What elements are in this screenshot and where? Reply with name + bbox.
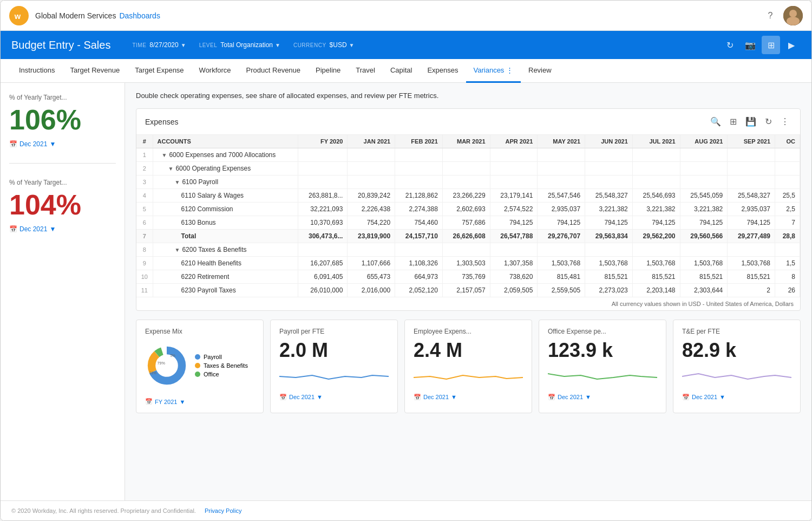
currency-value: $USD xyxy=(330,41,347,49)
metric-block-2: % of Yearly Target... 104% 📅 Dec 2021 ▼ xyxy=(9,179,116,233)
office-date-icon: 📅 xyxy=(548,394,555,401)
office-chart-svg xyxy=(548,366,657,387)
col-feb2021: FEB 2021 xyxy=(395,135,443,148)
te-date: Dec 2021 xyxy=(692,394,717,400)
metric-1-date-value: Dec 2021 xyxy=(19,140,47,148)
office-dot xyxy=(195,372,200,377)
expense-mix-footer[interactable]: 📅 FY 2021 ▼ xyxy=(145,398,254,405)
expense-mix-arrow: ▼ xyxy=(179,399,185,405)
metric-2-label: % of Yearly Target... xyxy=(9,179,116,186)
table-row: 6 6130 Bonus 10,370,693 754,220 754,460 … xyxy=(136,216,800,230)
tab-travel[interactable]: Travel xyxy=(348,59,383,83)
tab-target-expense[interactable]: Target Expense xyxy=(127,59,191,83)
legend-taxes: Taxes & Benefits xyxy=(195,362,248,369)
refresh-icon[interactable]: ↻ xyxy=(763,115,774,128)
more-icon[interactable]: ⋮ xyxy=(778,115,791,128)
currency-filter[interactable]: CURRENCY $USD ▼ xyxy=(293,41,355,49)
table-container: # ACCOUNTS FY 2020 JAN 2021 FEB 2021 MAR… xyxy=(136,135,800,297)
help-icon[interactable]: ? xyxy=(762,7,779,24)
expense-mix-title: Expense Mix xyxy=(145,328,254,335)
grid-button[interactable]: ⊞ xyxy=(762,36,780,54)
col-may2021: MAY 2021 xyxy=(538,135,585,148)
metric-2-date-arrow: ▼ xyxy=(49,225,56,233)
employee-exp-chart xyxy=(414,366,523,387)
tab-instructions[interactable]: Instructions xyxy=(11,59,62,83)
te-fte-footer[interactable]: 📅 Dec 2021 ▼ xyxy=(682,394,791,401)
col-apr2021: APR 2021 xyxy=(490,135,538,148)
table-row-total: 7 Total 306,473,6... 23,819,900 24,157,7… xyxy=(136,230,800,243)
payroll-fte-card: Payroll per FTE 2.0 M 📅 Dec 2021 ▼ xyxy=(270,320,398,413)
table-row: 11 6230 Payroll Taxes 26,010,000 2,016,0… xyxy=(136,284,800,297)
donut-chart: 79% 5% 16% xyxy=(145,344,188,387)
payroll-chart-svg xyxy=(279,366,389,387)
header-bar: Budget Entry - Sales TIME 8/27/2020 ▼ LE… xyxy=(1,31,811,59)
metric-1-date[interactable]: 📅 Dec 2021 ▼ xyxy=(9,140,116,148)
content-area: % of Yearly Target... 106% 📅 Dec 2021 ▼ … xyxy=(1,83,811,500)
employee-exp-footer[interactable]: 📅 Dec 2021 ▼ xyxy=(414,394,523,401)
search-icon[interactable]: 🔍 xyxy=(708,115,723,128)
metric-cards-row: Expense Mix 79% 5% 16% xyxy=(136,320,801,413)
office-date: Dec 2021 xyxy=(558,394,583,400)
svg-text:w: w xyxy=(14,11,21,20)
metric-block-1: % of Yearly Target... 106% 📅 Dec 2021 ▼ xyxy=(9,94,116,148)
metric-divider xyxy=(9,163,116,164)
table-row: 3 ▼6100 Payroll xyxy=(136,175,800,189)
refresh-button[interactable]: ↻ xyxy=(721,36,739,54)
payroll-label: Payroll xyxy=(204,354,222,360)
workday-logo: w xyxy=(9,6,29,25)
tab-target-revenue[interactable]: Target Revenue xyxy=(62,59,127,83)
col-accounts: ACCOUNTS xyxy=(153,135,298,148)
te-fte-value: 82.9 k xyxy=(682,340,791,361)
payroll-dot xyxy=(195,354,200,360)
te-fte-card: T&E per FTE 82.9 k 📅 Dec 2021 ▼ xyxy=(673,320,801,413)
legend-office: Office xyxy=(195,371,248,377)
copy-icon[interactable]: ⊞ xyxy=(728,115,739,128)
privacy-link[interactable]: Privacy Policy xyxy=(205,507,241,514)
level-filter[interactable]: LEVEL Total Organization ▼ xyxy=(199,41,280,49)
donut-container: 79% 5% 16% Payroll Taxes & Benefits xyxy=(145,340,254,392)
legend-payroll: Payroll xyxy=(195,354,248,360)
metric-2-value: 104% xyxy=(9,191,116,219)
col-fy2020: FY 2020 xyxy=(298,135,348,148)
table-row: 8 ▼6200 Taxes & Benefits xyxy=(136,243,800,257)
save-icon[interactable]: 💾 xyxy=(743,115,758,128)
employee-date: Dec 2021 xyxy=(423,394,449,400)
office-exp-title: Office Expense pe... xyxy=(548,328,657,335)
expense-mix-date-icon: 📅 xyxy=(145,398,153,405)
camera-button[interactable]: 📷 xyxy=(741,36,759,54)
metric-1-date-icon: 📅 xyxy=(9,140,17,148)
top-nav: w Global Modern Services Dashboards ? xyxy=(1,1,811,31)
metric-2-date-icon: 📅 xyxy=(9,225,17,233)
employee-exp-value: 2.4 M xyxy=(414,340,523,361)
tab-product-revenue[interactable]: Product Revenue xyxy=(239,59,308,83)
te-chart-svg xyxy=(682,366,791,387)
dashboards-link[interactable]: Dashboards xyxy=(119,11,160,20)
metric-1-value: 106% xyxy=(9,106,116,134)
payroll-date: Dec 2021 xyxy=(289,394,315,400)
company-name: Global Modern Services xyxy=(35,11,116,20)
level-value: Total Organization xyxy=(220,41,273,49)
employee-date-icon: 📅 xyxy=(414,394,421,401)
tab-capital[interactable]: Capital xyxy=(383,59,420,83)
svg-text:16%: 16% xyxy=(149,371,156,375)
tab-review[interactable]: Review xyxy=(521,59,559,83)
col-num: # xyxy=(136,135,153,148)
time-filter[interactable]: TIME 8/27/2020 ▼ xyxy=(132,41,186,49)
header-actions: ↻ 📷 ⊞ ▶ xyxy=(721,36,801,54)
payroll-date-icon: 📅 xyxy=(279,394,287,401)
tab-workforce[interactable]: Workforce xyxy=(192,59,239,83)
avatar[interactable] xyxy=(783,6,803,25)
video-button[interactable]: ▶ xyxy=(782,36,801,54)
tab-expenses[interactable]: Expenses xyxy=(420,59,466,83)
tab-pipeline[interactable]: Pipeline xyxy=(308,59,348,83)
table-row: 4 6110 Salary & Wages 263,881,8... 20,83… xyxy=(136,189,800,203)
col-oc: OC xyxy=(775,135,800,148)
time-value: 8/27/2020 xyxy=(149,41,178,49)
office-exp-footer[interactable]: 📅 Dec 2021 ▼ xyxy=(548,394,657,401)
payroll-fte-footer[interactable]: 📅 Dec 2021 ▼ xyxy=(279,394,389,401)
employee-arrow: ▼ xyxy=(451,394,457,400)
col-jul2021: JUL 2021 xyxy=(632,135,680,148)
tab-variances[interactable]: Variances ⋮ xyxy=(466,59,521,83)
card-actions: 🔍 ⊞ 💾 ↻ ⋮ xyxy=(708,115,791,128)
metric-2-date[interactable]: 📅 Dec 2021 ▼ xyxy=(9,225,116,233)
